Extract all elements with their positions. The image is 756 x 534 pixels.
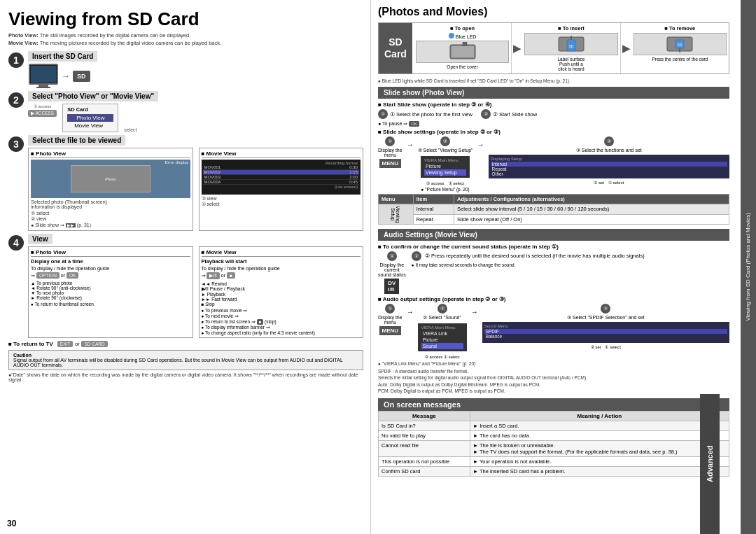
error-display: Error display: [165, 160, 189, 164]
ctrl-play: ► Playback: [202, 292, 361, 297]
ml3-name: MOV003: [204, 175, 221, 179]
stop-icon: ■: [257, 319, 264, 325]
step4-cols: ■ Photo View Display one at a time To di…: [28, 246, 363, 338]
start-step1: ① ① Select the photo for the first view: [378, 109, 472, 119]
slide-icon: ▶▶: [66, 223, 76, 227]
audio-step2: ② ② Press repeatedly until the desired s…: [412, 251, 729, 267]
msg-1-msg: Is SD Card in?: [379, 421, 470, 430]
ss-header-row: Menu Item Adjustments / Configurations (…: [379, 195, 729, 204]
open-desc: Open the cover: [416, 64, 509, 69]
ss-circle-2: ②: [440, 136, 450, 146]
step1-row: → SD: [28, 64, 363, 88]
movie-select-inst: ① select: [202, 202, 361, 207]
ao-menu-title: VIERA Main Menu: [421, 325, 463, 330]
page-num-left: 30: [7, 519, 16, 528]
ao-arrow2: →: [471, 308, 478, 316]
remote-label: ② access: [34, 104, 51, 108]
note3: Auto: Dolby Digital is output as Dolby D…: [378, 381, 729, 388]
nav-aspect: ● To change aspect ratio (only for the 4…: [202, 330, 361, 335]
movie-list-3: MOV0032:00: [203, 175, 360, 180]
circle-2: ②: [481, 109, 491, 119]
step3-number: 3: [8, 136, 24, 152]
step3-cols: ■ Photo View Photo Error display Selecte…: [28, 148, 363, 231]
ok-icon: OK: [409, 121, 419, 127]
vs-access: ② access: [426, 181, 444, 185]
vs-viewing: Viewing Setup: [424, 169, 466, 176]
insert-img: SD: [524, 33, 617, 55]
start-steps: ① ① Select the photo for the first view …: [378, 109, 729, 119]
ao-sel: ① select: [605, 344, 620, 349]
ss-circle-3: ③: [604, 136, 614, 146]
return-label: ■ To return to TV: [8, 341, 53, 347]
nav-prev-movie: ● To previous movie ⇒: [202, 308, 361, 314]
ctrl-pause: ▶/II Pause / Playback: [202, 286, 361, 292]
audio-status-steps: ① Display thecurrentsound status DVI/II …: [378, 251, 729, 294]
sdcard-remove-step: ■ To remove SD Press the centre of the c…: [631, 23, 729, 73]
ao-circle-3: ③: [601, 304, 610, 314]
ao-spdif: SPDIF: [484, 329, 727, 334]
note-text: ●"Date" shows the date on which the reco…: [8, 372, 363, 382]
step2-number: 2: [8, 92, 24, 108]
menu-movie-label: Movie View: [74, 122, 103, 129]
menu-photo-label: Photo View: [76, 115, 104, 121]
circle-1: ①: [378, 109, 388, 119]
sdcard-insert-step: ■ To insert SD Label surfacePush until a…: [522, 23, 620, 73]
ds-repeat: Repeat: [491, 167, 727, 171]
step2-section: 2 Select "Photo View" or "Movie View" ② …: [8, 91, 363, 132]
svg-rect-1: [451, 46, 474, 57]
ao-set: ② set: [591, 344, 601, 349]
nav-next-movie: ● To next movie ⇒: [202, 314, 361, 319]
access-button: ▶ ACCESS: [28, 110, 57, 117]
note1: SPDIF : A standard audio transfer file f…: [378, 368, 729, 374]
select-label: select: [124, 127, 136, 132]
output-notes: SPDIF : A standard audio transfer file f…: [378, 368, 729, 393]
tv-base: [36, 87, 50, 88]
insert-title: ■ To insert: [524, 25, 617, 31]
ao-menu-box: VIERA Main Menu VIERA Link Picture Sound: [418, 323, 467, 351]
ds-title: Displaying Setup: [491, 157, 727, 161]
sdcard-btn: SD CARD: [81, 341, 107, 347]
msg-5-msg: Confirm SD card: [379, 466, 470, 476]
left-page: Viewing from SD Card Photo View: The sti…: [0, 0, 371, 534]
step1-content: Insert the SD Card → SD: [28, 51, 363, 88]
th-adj: Adjustments / Configurations (alternativ…: [454, 195, 729, 204]
main-title: Viewing from SD Card: [8, 8, 363, 30]
ss-setting-step3: ③ ③ Select the functions and set Display…: [489, 136, 729, 185]
page-container: Viewing from SD Card Photo View: The sti…: [0, 0, 756, 534]
step2-inner: ② access ▶ ACCESS SD Card Photo View Mov…: [28, 104, 363, 132]
ctrl-next: ▼ To next photo: [31, 290, 190, 295]
side-tab-text: Viewing from SD Card (Photos and Movies): [745, 213, 752, 321]
audio-circle-2: ②: [412, 251, 421, 261]
ctrl-rew: ◄◄ Rewind: [202, 281, 361, 286]
stop-btn: ■: [227, 272, 235, 279]
audio-out-step1: ① Display themenu MENU: [378, 304, 402, 335]
start-step2-text: ② Start Slide show: [493, 111, 537, 118]
ctrl-prev: ▲ To previous photo: [31, 281, 190, 286]
photo-thumb: Photo: [71, 165, 150, 192]
insert-desc: Label surfacePush until aclick is heard: [524, 57, 617, 71]
ctrl-rotate-ccw: ◄ Rotate 90° (anti-clockwise): [31, 286, 190, 290]
audio-out-step2: ② ② Select "Sound" VIERA Main Menu VIERA…: [418, 304, 467, 359]
open-img: [416, 41, 509, 63]
vs-picture: Picture: [424, 163, 466, 169]
msg-row-1: Is SD Card in? ► Insert a SD card.: [379, 421, 729, 430]
cover-svg: [449, 42, 477, 62]
ss-setting-step1: ① Display themenu MENU: [378, 136, 402, 168]
svg-text:SD: SD: [568, 44, 573, 48]
ao-circle-2: ②: [438, 304, 447, 314]
caution-text: Signal output from all AV terminals will…: [13, 358, 343, 367]
msg-row-4: This operation is not possible ► Your op…: [379, 456, 729, 466]
photo-slide: ● Slide show ⇒ ▶▶ (p. 31): [31, 223, 190, 228]
audio-header: Audio Settings (Movie View): [378, 229, 729, 241]
step4-photo-controls: ▲ To previous photo ◄ Rotate 90° (anti-c…: [31, 281, 190, 300]
pause-text: ● To pause ⇒: [378, 121, 407, 126]
sd-card-menu: SD Card Photo View Movie View: [62, 104, 118, 132]
pause-btn: ▶/II: [206, 272, 219, 279]
movie-list-1: MOV0010:30: [203, 165, 360, 170]
side-tab: Viewing from SD Card (Photos and Movies): [741, 0, 756, 534]
open-title: ■ To open: [416, 25, 509, 31]
step4-photo-guide: To display / hide the operation guide: [31, 266, 190, 271]
photo-view: ② view: [31, 216, 190, 222]
step4-number: 4: [8, 235, 24, 251]
photo-info-text: Selected photo (Thumbnail screen)informa…: [31, 199, 190, 209]
